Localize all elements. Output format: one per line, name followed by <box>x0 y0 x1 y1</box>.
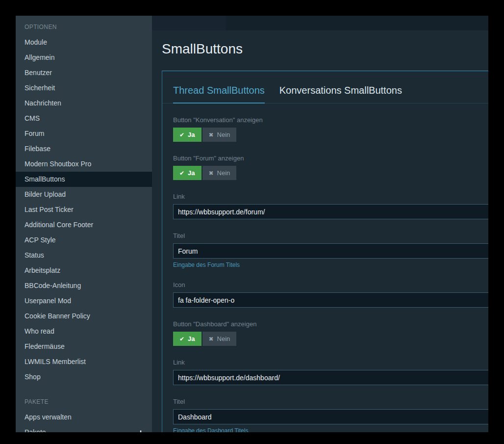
check-icon: ✔ <box>179 170 184 177</box>
sidebar-item-userpanel-mod[interactable]: Userpanel Mod <box>16 293 152 309</box>
toggle-label: Ja <box>188 169 195 177</box>
plus-icon[interactable]: + <box>138 429 143 433</box>
icon-input[interactable] <box>173 292 488 308</box>
acp-window: OPTIONENModuleAllgemeinBenutzerSicherhei… <box>16 16 488 432</box>
sidebar-item-allgemein[interactable]: Allgemein <box>16 50 152 65</box>
sidebar-item-label: Bilder Upload <box>25 190 66 199</box>
sidebar-item-label: Last Post Ticker <box>25 206 74 214</box>
form-field-titel-3: TitelEingabe des Forum Titels <box>173 232 488 268</box>
toggle-ja-button[interactable]: ✔Ja <box>173 128 202 142</box>
sidebar-item-lwmils-memberlist[interactable]: LWMILS Memberlist <box>16 354 152 369</box>
check-icon: ✔ <box>179 336 184 342</box>
sidebar-item-status[interactable]: Status <box>16 248 152 263</box>
toggle-label: Nein <box>217 169 230 177</box>
sidebar-item-smallbuttons[interactable]: SmallButtons <box>16 172 152 187</box>
sidebar-item-bilder-upload[interactable]: Bilder Upload <box>16 187 152 202</box>
toggle-group: ✔Ja✖Nein <box>173 128 488 142</box>
form-field-button-forum-anzeigen-1: Button "Forum" anzeigen✔Ja✖Nein <box>173 155 488 180</box>
sidebar-item-label: Nachrichten <box>25 99 61 107</box>
toggle-group: ✔Ja✖Nein <box>173 332 488 346</box>
form-field-link-6: Link <box>173 359 488 385</box>
sidebar-section-header: OPTIONEN <box>16 16 152 35</box>
form-field-titel-7: TitelEingabe des Dasboard Titels <box>173 398 488 432</box>
sidebar-item-forum[interactable]: Forum <box>16 126 152 141</box>
link-input[interactable] <box>173 204 488 219</box>
sidebar-item-label: CMS <box>25 114 40 123</box>
sidebar-item-label: SmallButtons <box>25 175 65 183</box>
toggle-label: Ja <box>188 131 195 138</box>
field-label: Button "Dashboard" anzeigen <box>173 320 488 328</box>
toggle-nein-button[interactable]: ✖Nein <box>202 128 237 142</box>
sidebar-item-pakete[interactable]: Pakete+ <box>16 425 152 432</box>
sidebar-item-who-read[interactable]: Who read <box>16 324 152 339</box>
sidebar-item-label: Filebase <box>25 145 50 153</box>
field-label: Button "Konversation" anzeigen <box>173 116 488 124</box>
toggle-nein-button[interactable]: ✖Nein <box>202 166 237 180</box>
tab-thread-smallbuttons[interactable]: Thread SmallButtons <box>173 85 265 104</box>
main-content: SmallButtons Thread SmallButtonsKonversa… <box>152 16 488 432</box>
form-body: Button "Konversation" anzeigen✔Ja✖NeinBu… <box>162 104 488 432</box>
sidebar-item-fledermaeuse[interactable]: Fledermäuse <box>16 339 152 354</box>
sidebar: OPTIONENModuleAllgemeinBenutzerSicherhei… <box>16 16 152 432</box>
toggle-ja-button[interactable]: ✔Ja <box>173 166 202 180</box>
sidebar-item-cookie-banner-policy[interactable]: Cookie Banner Policy <box>16 309 152 324</box>
sidebar-item-bbcode-anleitung[interactable]: BBCode-Anleitung <box>16 278 152 293</box>
sidebar-item-label: Cookie Banner Policy <box>25 312 90 320</box>
sidebar-item-label: Pakete <box>25 428 46 432</box>
sidebar-item-label: LWMILS Memberlist <box>25 358 86 366</box>
sidebar-item-apps-verwalten[interactable]: Apps verwalten <box>16 410 152 425</box>
form-field-icon-4: Icon <box>173 281 488 308</box>
sidebar-item-label: ACP Style <box>25 236 56 244</box>
titel-input[interactable] <box>173 409 488 424</box>
sidebar-item-benutzer[interactable]: Benutzer <box>16 65 152 80</box>
sidebar-item-label: Allgemein <box>25 53 54 62</box>
sidebar-item-label: Apps verwalten <box>25 413 72 421</box>
sidebar-item-last-post-ticker[interactable]: Last Post Ticker <box>16 202 152 217</box>
sidebar-item-label: Forum <box>25 130 44 138</box>
sidebar-item-modern-shoutbox-pro[interactable]: Modern Shoutbox Pro <box>16 157 152 172</box>
sidebar-item-label: Userpanel Mod <box>25 297 71 305</box>
field-label: Button "Forum" anzeigen <box>173 155 488 162</box>
tab-bar: Thread SmallButtonsKonversations SmallBu… <box>162 71 488 104</box>
sidebar-item-acp-style[interactable]: ACP Style <box>16 233 152 248</box>
check-icon: ✔ <box>179 131 184 138</box>
toggle-group: ✔Ja✖Nein <box>173 166 488 180</box>
toggle-ja-button[interactable]: ✔Ja <box>173 332 202 346</box>
sidebar-item-filebase[interactable]: Filebase <box>16 141 152 157</box>
sidebar-item-label: Additional Core Footer <box>25 221 93 229</box>
sidebar-item-arbeitsplatz[interactable]: Arbeitsplatz <box>16 263 152 278</box>
sidebar-item-nachrichten[interactable]: Nachrichten <box>16 96 152 111</box>
toggle-label: Nein <box>217 335 230 342</box>
toggle-label: Ja <box>188 335 195 342</box>
field-label: Link <box>173 359 488 366</box>
toggle-nein-button[interactable]: ✖Nein <box>202 332 237 346</box>
sidebar-section-optionen: OPTIONENModuleAllgemeinBenutzerSicherhei… <box>16 16 152 385</box>
titel-input[interactable] <box>173 243 488 259</box>
sidebar-item-label: Modern Shoutbox Pro <box>25 160 91 168</box>
field-label: Icon <box>173 281 488 288</box>
sidebar-item-cms[interactable]: CMS <box>16 111 152 126</box>
sidebar-item-label: Fledermäuse <box>25 342 65 351</box>
sidebar-item-label: Shop <box>25 373 41 381</box>
sidebar-item-sicherheit[interactable]: Sicherheit <box>16 80 152 96</box>
sidebar-item-shop[interactable]: Shop <box>16 369 152 385</box>
link-input[interactable] <box>173 370 488 385</box>
x-icon: ✖ <box>209 336 214 342</box>
x-icon: ✖ <box>209 131 214 138</box>
tab-konversations-smallbuttons[interactable]: Konversations SmallButtons <box>279 85 402 103</box>
form-field-link-2: Link <box>173 193 488 219</box>
sidebar-item-label: Sicherheit <box>25 84 55 92</box>
sidebar-item-label: Benutzer <box>25 69 52 77</box>
field-hint: Eingabe des Dasboard Titels <box>173 427 488 432</box>
sidebar-item-label: Arbeitsplatz <box>25 266 60 275</box>
form-field-button-dashboard-anzeigen-5: Button "Dashboard" anzeigen✔Ja✖Nein <box>173 320 488 346</box>
field-label: Link <box>173 193 488 200</box>
sidebar-item-label: Who read <box>25 327 54 336</box>
page-title: SmallButtons <box>162 41 488 57</box>
x-icon: ✖ <box>209 170 214 177</box>
smallbuttons-form-panel: Thread SmallButtonsKonversations SmallBu… <box>162 71 488 432</box>
toggle-label: Nein <box>217 131 230 138</box>
field-label: Titel <box>173 398 488 405</box>
sidebar-item-module[interactable]: Module <box>16 35 152 50</box>
sidebar-item-additional-core-footer[interactable]: Additional Core Footer <box>16 217 152 233</box>
